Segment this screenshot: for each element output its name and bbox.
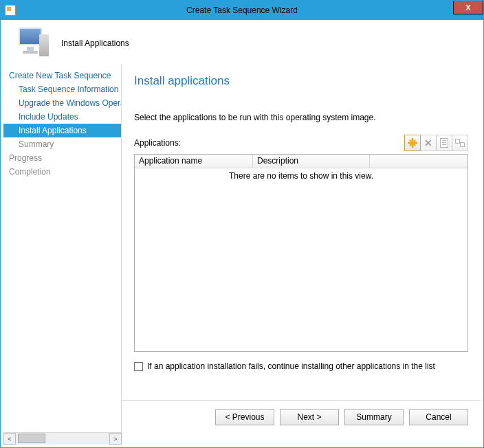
button-divider [122, 400, 481, 401]
app-icon [5, 5, 16, 16]
applications-listview[interactable]: Application name Description There are n… [134, 154, 468, 352]
sidebar-item-upgrade-windows-os[interactable]: Upgrade the Windows Operating System [3, 96, 121, 110]
sidebar-item-include-updates[interactable]: Include Updates [3, 110, 121, 124]
sidebar-item-task-sequence-information[interactable]: Task Sequence Information [3, 82, 121, 96]
titlebar: Create Task Sequence Wizard X [1, 1, 483, 20]
delete-application-button[interactable]: ✕ [420, 135, 437, 151]
continue-on-fail-label: If an application installation fails, co… [147, 361, 435, 371]
header-subtitle: Install Applications [61, 38, 129, 48]
window-body: Install Applications Create New Task Seq… [3, 21, 481, 445]
panel-title: Install applications [134, 74, 468, 88]
dependencies-button[interactable] [452, 135, 468, 151]
header-region: Install Applications [3, 21, 481, 65]
scroll-thumb[interactable] [18, 434, 45, 443]
properties-button[interactable] [436, 135, 452, 151]
sidebar-horizontal-scrollbar[interactable]: < > [3, 432, 122, 445]
wizard-button-bar: < Previous Next > Summary Cancel [215, 409, 468, 425]
sidebar-item-install-applications[interactable]: Install Applications [3, 124, 121, 137]
x-icon: ✕ [424, 138, 432, 148]
close-icon: X [465, 3, 470, 12]
listview-empty-text: There are no items to show in this view. [135, 168, 468, 181]
listview-header: Application name Description [135, 155, 468, 168]
sidebar-item-progress: Progress [3, 151, 121, 165]
dependencies-icon [455, 139, 465, 147]
column-spacer [370, 155, 468, 168]
wizard-steps-sidebar: Create New Task Sequence Task Sequence I… [3, 65, 122, 432]
properties-icon [440, 138, 448, 148]
summary-button[interactable]: Summary [344, 409, 404, 425]
column-application-name[interactable]: Application name [135, 155, 253, 168]
chevron-left-icon: < [8, 436, 11, 443]
main-panel: Install applications Select the applicat… [122, 65, 481, 432]
applications-toolbar: ✕ [404, 135, 468, 151]
applications-label: Applications: [134, 138, 181, 148]
close-button[interactable]: X [453, 1, 483, 14]
next-button[interactable]: Next > [280, 409, 339, 425]
wizard-window: Create Task Sequence Wizard X Install Ap… [0, 0, 484, 448]
scroll-right-button[interactable]: > [109, 433, 122, 445]
continue-on-fail-row[interactable]: If an application installation fails, co… [134, 361, 468, 371]
continue-on-fail-checkbox[interactable] [134, 362, 143, 371]
sidebar-item-create-new-task-sequence[interactable]: Create New Task Sequence [3, 69, 121, 82]
instruction-text: Select the applications to be run with t… [134, 113, 468, 122]
computer-icon [14, 27, 50, 59]
content-region: Create New Task Sequence Task Sequence I… [3, 65, 481, 432]
sidebar-item-summary: Summary [3, 137, 121, 151]
starburst-icon [408, 138, 417, 148]
new-application-button[interactable] [404, 135, 421, 151]
window-title: Create Task Sequence Wizard [186, 5, 298, 15]
cancel-button[interactable]: Cancel [409, 409, 468, 425]
column-description[interactable]: Description [253, 155, 370, 168]
scroll-track[interactable] [16, 433, 109, 445]
previous-button[interactable]: < Previous [215, 409, 274, 425]
applications-row: Applications: ✕ [134, 135, 468, 151]
scroll-left-button[interactable]: < [3, 433, 16, 445]
chevron-right-icon: > [113, 436, 117, 443]
sidebar-item-completion: Completion [3, 165, 121, 179]
